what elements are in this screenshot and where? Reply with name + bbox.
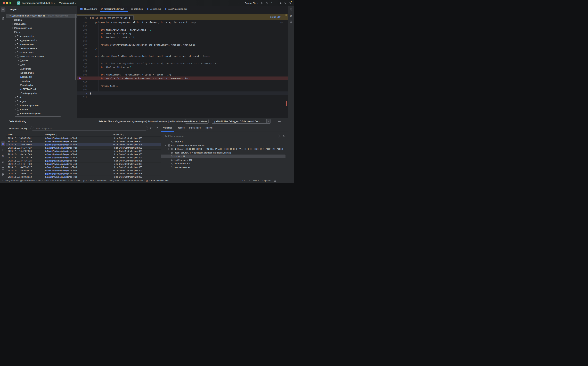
more-menu-icon[interactable]: ⋮ — [269, 1, 274, 5]
breadcrumb-item[interactable]: java — [83, 180, 87, 182]
more-tools-icon[interactable]: ••• — [1, 28, 5, 32]
maximize-window-button[interactable] — [9, 2, 11, 4]
line-number[interactable]: 307 — [77, 81, 90, 84]
debugger-tab-tracing[interactable]: Tracing — [205, 126, 212, 129]
column-header-snapshot[interactable]: Snapshot — [113, 133, 124, 136]
editor-tab-ordercontroller-java[interactable]: OrderController.java✕ — [99, 6, 129, 12]
environment-dropdown[interactable]: qcx76851: Live Debugger - Official Inter… — [212, 119, 271, 124]
tree-item--gitignore[interactable]: .gitignore — [6, 67, 77, 71]
terminal-tool-icon[interactable] — [1, 160, 5, 165]
chevron-right-icon[interactable] — [14, 43, 17, 46]
debugger-tab-process[interactable]: Process — [177, 126, 185, 129]
variables-filter-input[interactable]: Filter variables... — [163, 134, 280, 138]
chevron-right-icon[interactable] — [17, 59, 20, 62]
breakpoint-link[interactable]: OrderController.java:306 — [45, 163, 68, 165]
breadcrumb-item[interactable]: easytrade — [110, 180, 119, 182]
tree-item-db[interactable]: db — [6, 95, 77, 99]
add-user-icon[interactable] — [278, 1, 283, 5]
settings-gear-icon[interactable] — [288, 1, 293, 5]
code-line-309[interactable]: 309 } — [77, 88, 288, 92]
chevron-right-icon[interactable] — [14, 108, 17, 111]
variable-row-firstelement[interactable]: 19firstElement= 12 — [161, 162, 285, 166]
project-panel-header[interactable]: Project ⌄ — [6, 6, 77, 13]
sticky-context-line[interactable]: 35 public class OrderController { — [77, 15, 133, 20]
share-variables-icon[interactable] — [282, 135, 285, 137]
usage-inlay-hint[interactable]: 1 usage — [203, 55, 210, 57]
code-line-299[interactable]: 299 — [77, 50, 288, 54]
close-tab-icon[interactable]: ✕ — [125, 8, 127, 10]
indent-setting[interactable]: 4 spaces — [262, 180, 271, 182]
editor-tab-version-tsx[interactable]: Version.tsx — [144, 6, 163, 12]
tree-item-settings-gradle[interactable]: settings.gradle — [6, 91, 77, 95]
code-line-305[interactable]: 305 int lastElement = firstElement + (st… — [77, 73, 288, 76]
tree-item-gradle[interactable]: gradle — [6, 59, 77, 62]
tree-item-broker-service[interactable]: broker-service — [6, 42, 77, 46]
chevron-right-icon[interactable] — [14, 51, 17, 54]
snapshot-row[interactable]: 2024-12-11 14:41:46.427OrderController.j… — [6, 146, 161, 150]
editor-tab-rabbit-go[interactable]: rabbit.go — [129, 6, 145, 12]
tree-item-contentcreator[interactable]: contentcreator — [6, 50, 77, 54]
code-line-296[interactable]: 296 — [77, 39, 288, 43]
breakpoint-link[interactable]: OrderController.java:306 — [45, 137, 68, 140]
chevron-down-icon[interactable] — [14, 55, 17, 58]
chevron-right-icon[interactable] — [11, 23, 14, 25]
code-line-298[interactable]: 298 } — [77, 46, 288, 50]
breadcrumb-item[interactable]: src — [38, 180, 41, 182]
close-window-button[interactable] — [3, 2, 5, 4]
line-number[interactable]: 292 — [77, 25, 90, 27]
tree-item-integrationtests[interactable]: integrationTests — [6, 26, 77, 30]
breakpoint-link[interactable]: OrderController.java:306 — [45, 157, 68, 159]
snapshot-row[interactable]: 2024-12-11 14:42:02.803OrderController.j… — [6, 150, 161, 153]
monitoring-kebab-icon[interactable]: ⋮ — [274, 120, 276, 123]
line-number[interactable]: 310 — [77, 92, 90, 95]
editor-tab-basenavigation-tsx[interactable]: BaseNavigation.tsx — [163, 6, 188, 12]
chevron-right-icon[interactable] — [167, 148, 171, 151]
tree-horizontal-scrollbar[interactable] — [15, 116, 61, 117]
snapshot-row[interactable]: 2024-12-11 14:43:25.129OrderController.j… — [6, 156, 161, 159]
tree-item-calculationservice[interactable]: calculationservice — [6, 46, 77, 50]
breakpoint-link[interactable]: OrderController.java:306 — [45, 166, 68, 169]
breakpoint-link[interactable]: OrderController.java:306 — [45, 147, 68, 149]
delete-snapshots-icon[interactable] — [156, 127, 159, 130]
tree-item-frontendreverseproxy[interactable]: frontendreverseproxy — [6, 112, 77, 116]
snapshot-row[interactable]: 2024-12-11 14:40:10.608OrderController.j… — [6, 143, 161, 146]
dog-plugin-icon[interactable] — [1, 154, 5, 159]
debug-icon[interactable] — [264, 1, 269, 5]
line-number[interactable]: 300 — [77, 55, 90, 57]
line-number[interactable]: 304 — [77, 70, 90, 72]
chevron-right-icon[interactable] — [14, 104, 17, 107]
tree-item-src[interactable]: src — [6, 62, 77, 67]
code-line-291[interactable]: 291 private int CountSequenceTotal(int f… — [77, 20, 288, 24]
breakpoint-link[interactable]: OrderController.java:306 — [45, 150, 68, 152]
breadcrumb-item[interactable]: src — [70, 180, 73, 182]
chevron-right-icon[interactable] — [14, 96, 17, 99]
search-icon[interactable] — [283, 1, 288, 5]
line-number[interactable]: 309 — [77, 88, 90, 91]
usage-inlay-hint[interactable]: 1 usage — [189, 21, 196, 23]
code-line-311[interactable]: 311 — [77, 95, 288, 99]
snapshot-row[interactable]: 2024-12-11 14:46:44.430OrderController.j… — [6, 162, 161, 166]
tree-item-dockerfile[interactable]: Dockerfile — [6, 75, 77, 79]
tree-item--idea[interactable]: .idea — [6, 18, 77, 22]
run-icon[interactable] — [260, 1, 264, 5]
breadcrumb-item[interactable]: main — [76, 180, 80, 182]
code-editor[interactable]: 291 private int CountSequenceTotal(int f… — [77, 12, 288, 118]
tree-item-frontend[interactable]: frontend — [6, 107, 77, 112]
code-line-306[interactable]: int total = (firstElement + lastElement)… — [77, 76, 288, 80]
snapshot-row[interactable]: 2024-12-11 14:53:02.913OrderController.j… — [6, 175, 161, 178]
breadcrumb-current-file[interactable]: OrderController.java — [149, 180, 169, 182]
snapshot-row[interactable]: 2024-12-11 14:49:55.625OrderController.j… — [6, 169, 161, 172]
line-number[interactable]: 298 — [77, 47, 90, 50]
snapshot-row[interactable]: 2024-12-11 14:50:51.725OrderController.j… — [6, 172, 161, 175]
line-number[interactable]: 296 — [77, 40, 90, 42]
line-number[interactable]: 311 — [77, 96, 90, 99]
chevron-down-icon[interactable] — [14, 112, 17, 115]
breakpoint-link[interactable]: OrderController.java:306 — [45, 173, 68, 175]
minimize-window-button[interactable] — [6, 2, 8, 4]
project-tool-icon[interactable] — [1, 8, 5, 12]
breakpoint-link[interactable]: OrderController.java:306 — [45, 176, 68, 178]
code-line-308[interactable]: 308 return total; — [77, 84, 288, 88]
line-ending[interactable]: LF — [248, 180, 250, 182]
code-line-295[interactable]: 295 int tmpCount = count + 13; — [77, 35, 288, 39]
code-line-292[interactable]: 292 { — [77, 24, 288, 28]
